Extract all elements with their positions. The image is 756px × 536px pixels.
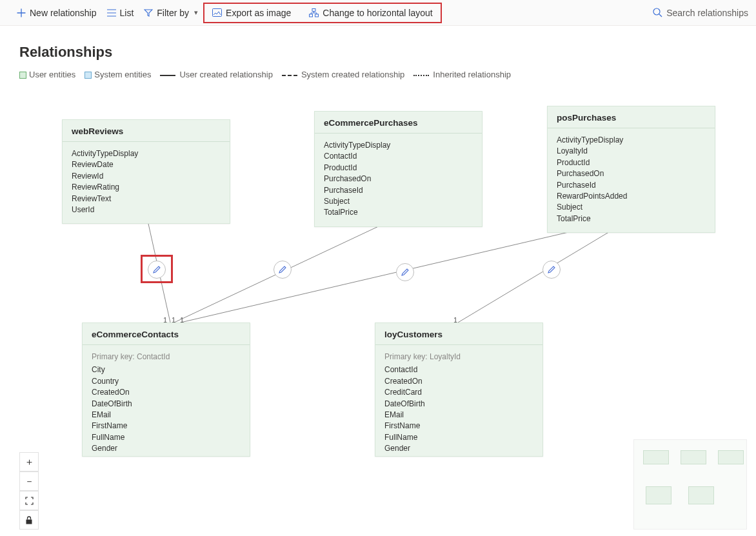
svg-rect-2 xyxy=(310,14,313,17)
entity-attr: ActivityTypeDisplay xyxy=(324,140,473,151)
dashed-line-icon xyxy=(282,75,297,76)
entity-title: eCommercePurchases xyxy=(315,112,482,134)
entity-primary-key: Primary key: ContactId xyxy=(92,352,241,362)
entity-attr: PurchaseId xyxy=(557,180,706,191)
page-title: Relationships xyxy=(19,44,756,61)
image-icon xyxy=(212,8,222,17)
entity-attr: DateOfBirth xyxy=(384,399,533,410)
pencil-icon xyxy=(152,265,161,274)
diagram-canvas[interactable]: * * * * 1 1 1 1 webReviews ActivityTypeD… xyxy=(0,103,756,536)
export-image-label: Export as image xyxy=(226,8,291,18)
entity-attr: ProductId xyxy=(557,157,706,168)
search-icon xyxy=(653,8,662,17)
entity-attr: City xyxy=(92,364,241,375)
new-relationship-label: New relationship xyxy=(30,8,97,18)
change-layout-label: Change to horizontal layout xyxy=(323,8,432,18)
entity-posPurchases[interactable]: posPurchases ActivityTypeDisplay Loyalty… xyxy=(547,106,715,233)
export-image-button[interactable]: Export as image xyxy=(207,5,296,21)
entity-attr: CreatedOn xyxy=(92,387,241,398)
edit-relationship-button[interactable] xyxy=(148,261,166,279)
entity-attr: TotalPrice xyxy=(324,207,473,218)
entity-attr: ReviewRating xyxy=(72,182,221,193)
entity-attr: CreditCard xyxy=(384,387,533,398)
entity-title: loyCustomers xyxy=(375,323,542,345)
legend-inherited-relationship: Inherited relationship xyxy=(413,70,511,79)
entity-attr: PurchaseId xyxy=(324,185,473,196)
filter-icon xyxy=(144,9,153,17)
entity-title: webReviews xyxy=(63,120,230,142)
edit-relationship-button[interactable] xyxy=(542,261,561,279)
entity-attr: EMail xyxy=(384,410,533,421)
entity-webReviews[interactable]: webReviews ActivityTypeDisplay ReviewDat… xyxy=(62,119,230,224)
change-layout-button[interactable]: Change to horizontal layout xyxy=(304,5,437,21)
entity-attr: DateOfBirth xyxy=(92,399,241,410)
minimap-entity xyxy=(646,486,671,504)
list-icon xyxy=(107,9,116,17)
minimap-entity xyxy=(681,450,706,464)
zoom-lock-button[interactable] xyxy=(19,510,39,530)
edit-relationship-button[interactable] xyxy=(274,261,292,279)
entity-attr: Subject xyxy=(557,202,706,213)
entity-eCommerceContacts[interactable]: eCommerceContacts Primary key: ContactId… xyxy=(82,323,250,457)
chevron-down-icon: ▾ xyxy=(194,8,198,17)
svg-rect-9 xyxy=(26,519,32,524)
list-button[interactable]: List xyxy=(102,5,139,21)
minimap-entity xyxy=(643,450,669,464)
entity-attr: FullName xyxy=(92,432,241,443)
entity-attr: ReviewText xyxy=(72,194,221,204)
entity-attr: ReviewDate xyxy=(72,159,221,170)
svg-rect-1 xyxy=(312,8,315,11)
svg-rect-0 xyxy=(213,9,222,17)
zoom-fit-button[interactable] xyxy=(19,491,39,510)
legend-system-entities: System entities xyxy=(85,70,151,79)
entity-attr: FirstName xyxy=(384,421,533,432)
plus-icon xyxy=(17,8,26,17)
entity-attr: ProductId xyxy=(324,163,473,174)
entity-primary-key: Primary key: LoyaltyId xyxy=(384,352,533,362)
svg-rect-3 xyxy=(315,14,319,17)
legend-user-relationship: User created relationship xyxy=(160,70,273,79)
pencil-icon xyxy=(547,265,556,274)
swatch-user-icon xyxy=(19,72,26,79)
entity-body: ActivityTypeDisplay LoyaltyId ProductId … xyxy=(548,128,715,232)
search-relationships[interactable]: Search relationships xyxy=(653,8,748,18)
pencil-icon xyxy=(278,265,287,274)
entity-body: Primary key: LoyaltyId ContactId Created… xyxy=(375,345,542,457)
filter-button[interactable]: Filter by ▾ xyxy=(139,5,203,21)
legend-user-entities: User entities xyxy=(19,70,75,79)
new-relationship-button[interactable]: New relationship xyxy=(12,5,102,21)
minimap-entity xyxy=(718,450,744,464)
entity-attr: RewardPointsAdded xyxy=(557,191,706,202)
entity-attr: FirstName xyxy=(92,421,241,432)
entity-eCommercePurchases[interactable]: eCommercePurchases ActivityTypeDisplay C… xyxy=(314,111,482,227)
swatch-system-icon xyxy=(85,72,92,79)
entity-title: eCommerceContacts xyxy=(83,323,250,345)
minimap[interactable] xyxy=(633,439,747,530)
entity-attr: PurchasedOn xyxy=(557,168,706,179)
zoom-out-button[interactable]: － xyxy=(19,471,39,491)
search-placeholder: Search relationships xyxy=(666,8,748,18)
lock-icon xyxy=(25,516,33,524)
list-label: List xyxy=(120,8,134,18)
entity-body: ActivityTypeDisplay ContactId ProductId … xyxy=(315,134,482,226)
entity-attr: EMail xyxy=(92,410,241,421)
toolbar-highlight: Export as image Change to horizontal lay… xyxy=(203,3,442,23)
svg-point-4 xyxy=(653,8,660,15)
entity-attr: ActivityTypeDisplay xyxy=(72,148,221,159)
entity-loyCustomers[interactable]: loyCustomers Primary key: LoyaltyId Cont… xyxy=(375,323,543,457)
toolbar: New relationship List Filter by ▾ Export… xyxy=(0,0,756,26)
zoom-controls: ＋ － xyxy=(19,452,39,530)
hierarchy-icon xyxy=(309,8,319,17)
entity-attr: CreatedOn xyxy=(384,376,533,387)
solid-line-icon xyxy=(160,75,175,76)
zoom-in-button[interactable]: ＋ xyxy=(19,452,39,471)
entity-attr: Headshot xyxy=(92,455,241,457)
entity-attr: Subject xyxy=(324,196,473,207)
entity-body: ActivityTypeDisplay ReviewDate ReviewId … xyxy=(63,142,230,223)
entity-attr: LastName xyxy=(384,455,533,457)
entity-attr: UserId xyxy=(72,204,221,215)
legend: User entities System entities User creat… xyxy=(19,70,756,79)
entity-attr: ContactId xyxy=(324,151,473,162)
edit-relationship-button[interactable] xyxy=(396,263,414,281)
entity-attr: ContactId xyxy=(384,364,533,375)
